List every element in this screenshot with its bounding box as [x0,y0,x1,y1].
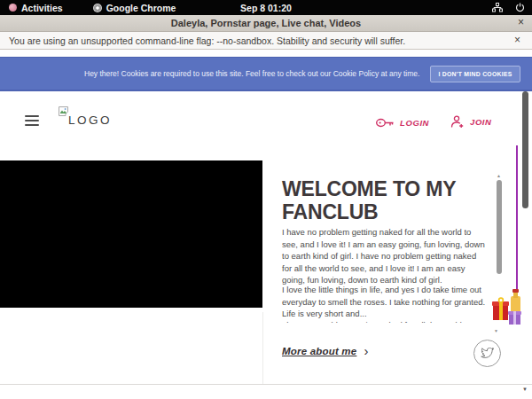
clock[interactable]: Sep 8 01:20 [0,3,532,13]
gift-promo-icon[interactable] [491,289,525,330]
browser-scrollbar-thumb[interactable] [522,91,528,208]
cookie-message: Hey there! Cookies are required to use t… [84,69,419,78]
recording-indicator-icon [9,4,17,12]
chrome-icon [93,4,102,12]
focused-app-menu[interactable]: Google Chrome [93,3,176,13]
window-title-bar[interactable]: Daleyla, Pornstar page, Live chat, Video… [0,15,532,32]
infobar-message: You are using an unsupported command-lin… [9,35,405,46]
accept-cookies-button[interactable]: I DON'T MIND COOKIES [430,66,520,82]
video-player[interactable] [0,160,262,308]
column-divider [262,312,263,384]
activities-button[interactable]: Activities [9,3,63,13]
about-heading: WELCOME TO MY FANCLUB [282,177,481,223]
page-bottom-border [0,384,532,385]
about-paragraph-1: I have no problem getting naked for all … [282,226,486,286]
twitter-icon [481,348,494,359]
logo-alt-text: LOGO [68,113,112,127]
window-close-icon[interactable]: × [518,16,524,28]
cookie-banner: Hey there! Cookies are required to use t… [0,57,532,91]
more-about-me-label: More about me [282,346,356,356]
login-button[interactable]: LOGIN [376,117,429,129]
about-paragraph-3-clipped: I have no problem getting naked for all … [282,319,486,323]
window-title: Daleyla, Pornstar page, Live chat, Video… [171,18,361,28]
browser-scroll-down-icon[interactable]: ▼ [522,387,528,392]
menu-icon[interactable] [25,115,39,126]
chrome-infobar: You are using an unsupported command-lin… [0,32,532,50]
add-user-icon [450,115,465,129]
site-logo[interactable]: LOGO [59,106,112,127]
join-button[interactable]: JOIN [450,115,492,129]
broken-image-icon [59,106,68,116]
infobar-close-icon[interactable]: × [514,35,520,45]
chevron-right-icon: › [364,347,368,356]
network-icon[interactable] [492,3,503,12]
inner-scroll-up-icon[interactable]: ▲ [497,174,501,178]
activities-label: Activities [21,3,63,13]
join-label: JOIN [470,117,492,127]
login-label: LOGIN [400,118,429,128]
key-icon [376,117,395,129]
about-paragraph-2: I love the little things in life, and ye… [282,284,486,320]
desktop-top-bar: Activities Google Chrome Sep 8 01:20 [0,0,532,15]
inner-scrollbar-thumb[interactable] [497,180,502,274]
power-icon[interactable] [515,3,525,12]
app-name-label: Google Chrome [106,3,176,13]
more-about-me-link[interactable]: More about me › [282,346,368,356]
twitter-button[interactable] [473,340,501,367]
